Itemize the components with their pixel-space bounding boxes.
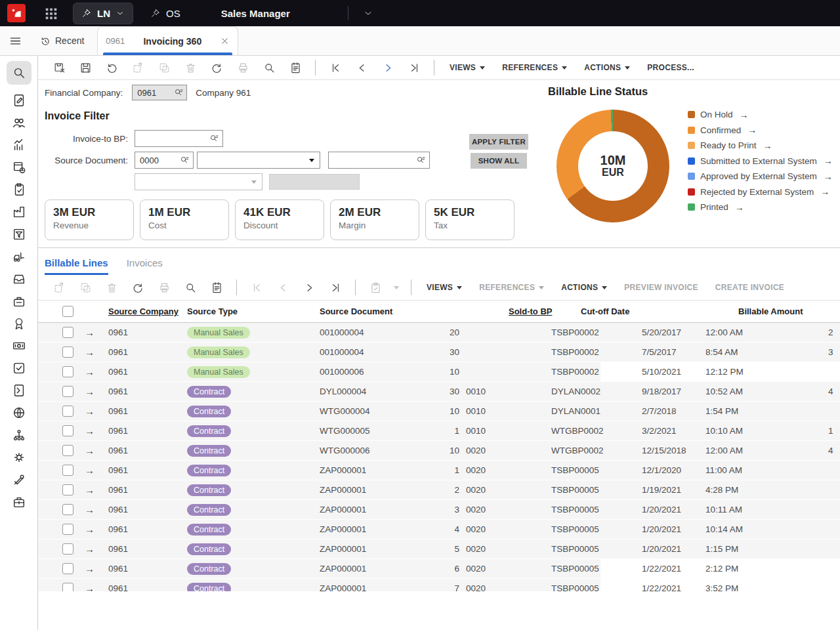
row-drill-arrow[interactable]: →	[76, 402, 105, 421]
sidebar-toolcase-icon[interactable]	[12, 495, 26, 509]
row-checkbox[interactable]	[62, 504, 74, 515]
menu-views[interactable]: VIEWS	[450, 63, 485, 72]
nav-first-button[interactable]	[322, 58, 348, 77]
find-button[interactable]	[177, 278, 203, 297]
menu-actions[interactable]: ACTIONS	[584, 63, 630, 72]
row-drill-arrow[interactable]: →	[76, 500, 105, 519]
row-drill-arrow[interactable]: →	[76, 323, 105, 342]
find-button[interactable]	[256, 58, 282, 77]
sidebar-task-check-icon[interactable]	[12, 361, 26, 375]
nav-next-button[interactable]	[296, 278, 322, 297]
column-cut-off-date[interactable]: Cut-off Date	[581, 306, 629, 316]
column-sold-to-bp[interactable]: Sold-to BP	[509, 306, 552, 316]
row-drill-arrow[interactable]: →	[76, 559, 105, 578]
tab-invoicing-360[interactable]: 0961 Invoicing 360	[97, 26, 238, 55]
row-drill-arrow[interactable]: →	[76, 441, 105, 460]
column-billable-amount[interactable]: Billable Amount	[738, 306, 803, 316]
refresh-button[interactable]	[203, 58, 230, 77]
column-source-type[interactable]: Source Type	[187, 306, 238, 316]
chevron-down-icon[interactable]	[363, 8, 373, 18]
show-all-button[interactable]: SHOW ALL	[471, 153, 527, 169]
hamburger-menu-icon[interactable]	[0, 26, 30, 55]
row-checkbox[interactable]	[62, 465, 74, 476]
tab-invoices[interactable]: Invoices	[127, 257, 163, 275]
kpi-card-discount[interactable]: 41K EURDiscount	[235, 200, 324, 240]
tab-billable-lines[interactable]: Billable Lines	[45, 257, 108, 275]
close-icon[interactable]	[220, 36, 230, 46]
row-drill-arrow[interactable]: →	[76, 539, 105, 558]
column-source-document[interactable]: Source Document	[320, 306, 392, 316]
sidebar-funnel-box-icon[interactable]	[12, 227, 26, 242]
legend-item-ready-to-print[interactable]: Ready to Print→	[688, 138, 833, 154]
kpi-card-margin[interactable]: 2M EURMargin	[330, 200, 419, 240]
financial-company-input[interactable]: 0961	[132, 85, 187, 100]
legend-item-approved-by-external-system[interactable]: Approved by External System→	[688, 169, 833, 184]
row-checkbox[interactable]	[62, 524, 74, 535]
sidebar-sales-document-icon[interactable]	[12, 93, 26, 108]
source-document-number-input[interactable]	[328, 152, 430, 169]
workspace-os-switcher[interactable]: OS	[150, 8, 180, 19]
row-checkbox[interactable]	[62, 543, 74, 555]
sidebar-factory-icon[interactable]	[12, 205, 26, 219]
row-checkbox[interactable]	[62, 327, 74, 338]
row-drill-arrow[interactable]: →	[76, 520, 105, 539]
app-grid-icon[interactable]	[44, 6, 58, 20]
source-document-company-input[interactable]: 0000	[135, 152, 194, 169]
sidebar-inbox-tray-icon[interactable]	[12, 272, 26, 286]
row-drill-arrow[interactable]: →	[76, 421, 105, 440]
row-checkbox[interactable]	[62, 445, 74, 456]
infor-logo[interactable]	[7, 4, 26, 22]
sidebar-search-icon[interactable]	[7, 61, 32, 85]
revert-button[interactable]	[98, 58, 125, 77]
row-drill-arrow[interactable]: →	[76, 362, 105, 381]
menu-actions[interactable]: ACTIONS	[561, 283, 607, 292]
legend-item-printed[interactable]: Printed→	[688, 200, 833, 215]
sidebar-certificate-icon[interactable]	[12, 316, 26, 331]
kpi-card-tax[interactable]: 5K EURTax	[425, 200, 514, 240]
sidebar-document-arrow-icon[interactable]	[12, 383, 26, 398]
row-checkbox[interactable]	[62, 583, 74, 591]
nav-last-button[interactable]	[401, 58, 427, 77]
recent-button[interactable]: Recent	[30, 26, 93, 55]
row-drill-arrow[interactable]: →	[76, 461, 105, 480]
select-all-checkbox[interactable]	[62, 306, 74, 317]
row-checkbox[interactable]	[62, 406, 74, 417]
row-drill-arrow[interactable]: →	[76, 343, 105, 362]
legend-item-confirmed[interactable]: Confirmed→	[688, 123, 833, 138]
row-checkbox[interactable]	[62, 425, 74, 436]
notes-button[interactable]	[282, 58, 308, 77]
menu-references[interactable]: REFERENCES	[502, 63, 567, 72]
sidebar-business-partners-icon[interactable]	[12, 116, 26, 130]
row-checkbox[interactable]	[62, 484, 74, 495]
nav-last-button[interactable]	[322, 278, 348, 297]
lookup-icon[interactable]	[209, 134, 219, 144]
row-drill-arrow[interactable]: →	[76, 480, 105, 499]
kpi-card-cost[interactable]: 1M EURCost	[140, 200, 229, 240]
sidebar-clipboard-tasks-icon[interactable]	[12, 182, 26, 197]
lookup-icon[interactable]	[180, 156, 190, 165]
source-document-type-select[interactable]	[197, 152, 320, 169]
menu-process-[interactable]: PROCESS...	[647, 63, 694, 72]
row-drill-arrow[interactable]: →	[76, 579, 105, 591]
save-exit-button[interactable]	[46, 58, 72, 77]
row-drill-arrow[interactable]: →	[76, 382, 105, 401]
donut-chart[interactable]: 10M EUR	[556, 110, 669, 222]
sidebar-hierarchy-icon[interactable]	[12, 428, 26, 442]
column-source-company[interactable]: Source Company	[108, 306, 178, 316]
row-checkbox[interactable]	[62, 366, 74, 377]
nav-prev-button[interactable]	[348, 58, 375, 77]
workspace-ln-switcher[interactable]: LN	[73, 3, 133, 24]
lookup-icon[interactable]	[174, 88, 184, 98]
save-button[interactable]	[72, 58, 98, 77]
menu-views[interactable]: VIEWS	[427, 283, 462, 292]
row-checkbox[interactable]	[62, 346, 74, 358]
invoice-to-bp-input[interactable]	[135, 130, 223, 147]
sidebar-toolbox-icon[interactable]	[12, 294, 26, 308]
sidebar-globe-icon[interactable]	[12, 406, 26, 420]
row-checkbox[interactable]	[62, 386, 74, 397]
notes-button[interactable]	[203, 278, 230, 297]
lookup-icon[interactable]	[416, 156, 426, 165]
legend-item-rejected-by-external-system[interactable]: Rejected by External System→	[688, 184, 833, 200]
sidebar-cash-icon[interactable]	[12, 339, 26, 353]
sidebar-forklift-icon[interactable]	[12, 249, 26, 264]
